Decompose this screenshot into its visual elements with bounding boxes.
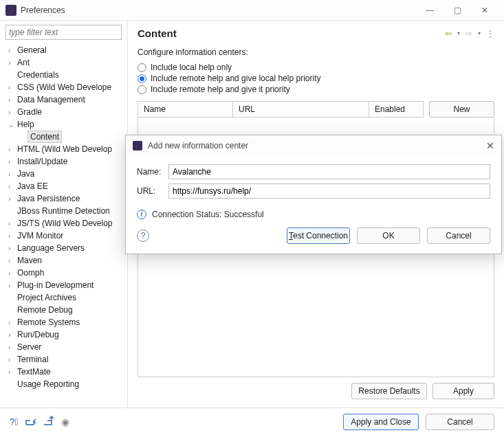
tree-item-label: Gradle (15, 107, 44, 118)
tree-item[interactable]: Credentials (0, 69, 127, 81)
maximize-button[interactable]: ▢ (443, 1, 471, 20)
tree-item[interactable]: ›Java (0, 168, 127, 180)
radio-option[interactable]: Include remote help and give local help … (138, 74, 494, 83)
tree-item[interactable]: ›Data Management (0, 93, 127, 106)
tree-item[interactable]: ›JS/TS (Wild Web Develop (0, 217, 127, 230)
window-titlebar: Preferences — ▢ ✕ (0, 0, 504, 21)
view-menu-icon[interactable]: ⋮ (486, 29, 494, 38)
info-icon: i (137, 210, 146, 219)
radio-icon[interactable] (138, 74, 146, 83)
chevron-right-icon[interactable]: › (8, 368, 15, 376)
chevron-right-icon[interactable]: › (8, 84, 15, 91)
tree-item[interactable]: Remote Debug (0, 304, 127, 316)
name-input[interactable] (168, 164, 490, 179)
chevron-right-icon[interactable]: › (8, 220, 15, 227)
chevron-right-icon[interactable]: › (8, 109, 15, 116)
tree-item[interactable]: ›Run/Debug (0, 328, 127, 341)
chevron-right-icon[interactable]: › (8, 257, 15, 265)
chevron-right-icon[interactable]: › (8, 146, 15, 153)
chevron-right-icon[interactable]: › (8, 59, 15, 67)
tree-item-label: Data Management (15, 94, 87, 105)
export-prefs-icon[interactable] (43, 416, 54, 427)
help-icon[interactable]: ?⃝ (10, 416, 19, 427)
tree-item-label: JVM Monitor (15, 230, 65, 241)
radio-icon[interactable] (138, 85, 146, 94)
tree-item-label: Terminal (15, 354, 50, 365)
tree-item[interactable]: ›Gradle (0, 106, 127, 118)
nav-back-icon[interactable]: ⇦ (445, 29, 452, 38)
tree-item-label: Run/Debug (15, 329, 61, 340)
tree-item[interactable]: ›General (0, 44, 127, 56)
info-centers-table-header: Name URL Enabled (138, 101, 424, 118)
tree-item[interactable]: JBoss Runtime Detection (0, 205, 127, 217)
chevron-right-icon[interactable]: › (8, 245, 15, 252)
column-enabled[interactable]: Enabled (369, 102, 424, 117)
nav-back-menu-icon[interactable]: ▾ (457, 30, 460, 36)
test-connection-button[interactable]: Test Connection (287, 227, 350, 244)
chevron-right-icon[interactable]: › (8, 319, 15, 326)
chevron-right-icon[interactable]: › (8, 269, 15, 277)
chevron-right-icon[interactable]: › (8, 183, 15, 190)
tree-item[interactable]: ›Ant (0, 56, 127, 69)
dialog-title: Add new information center (148, 141, 486, 150)
chevron-right-icon[interactable]: › (8, 282, 15, 289)
tree-item[interactable]: ›TextMate (0, 366, 127, 378)
filter-input[interactable] (6, 25, 122, 40)
tree-item[interactable]: ›Server (0, 341, 127, 353)
dialog-help-icon[interactable]: ? (137, 230, 149, 242)
tree-item[interactable]: ›Java Persistence (0, 192, 127, 205)
tree-item[interactable]: ›Java EE (0, 180, 127, 192)
dialog-close-button[interactable]: ✕ (486, 140, 494, 151)
import-prefs-icon[interactable] (25, 416, 36, 427)
tree-item[interactable]: ›Language Servers (0, 242, 127, 254)
radio-option[interactable]: Include remote help and give it priority (138, 85, 494, 94)
close-window-button[interactable]: ✕ (471, 1, 498, 20)
tree-item[interactable]: ›HTML (Wild Web Develop (0, 143, 127, 155)
dialog-footer: ?⃝ ◉ Apply and Close Cancel (0, 408, 504, 435)
chevron-right-icon[interactable]: › (8, 47, 15, 54)
url-label: URL: (137, 186, 168, 196)
tree-item[interactable]: Usage Reporting (0, 378, 127, 390)
chevron-right-icon[interactable]: › (8, 232, 15, 240)
cancel-button[interactable]: Cancel (426, 414, 494, 430)
chevron-down-icon[interactable]: ⌄ (8, 121, 15, 129)
dialog-cancel-button[interactable]: Cancel (427, 227, 490, 244)
chevron-right-icon[interactable]: › (8, 195, 15, 203)
chevron-right-icon[interactable]: › (8, 344, 15, 351)
tree-item-label: CSS (Wild Web Develope (15, 82, 113, 93)
new-button[interactable]: New (429, 101, 494, 118)
tree-item[interactable]: ›Plug-in Development (0, 279, 127, 291)
radio-option[interactable]: Include local help only (138, 63, 494, 72)
chevron-right-icon[interactable]: › (8, 356, 15, 364)
tree-item[interactable]: ›Maven (0, 254, 127, 267)
tree-item-label: Help (15, 119, 36, 130)
radio-icon[interactable] (138, 63, 146, 72)
ok-button[interactable]: OK (357, 227, 420, 244)
tree-item[interactable]: ⌄Help (0, 118, 127, 131)
tree-item[interactable]: Project Archives (0, 291, 127, 304)
chevron-right-icon[interactable]: › (8, 331, 15, 339)
tree-item[interactable]: ›CSS (Wild Web Develope (0, 81, 127, 93)
url-input[interactable] (168, 183, 490, 199)
tree-item[interactable]: ›JVM Monitor (0, 230, 127, 242)
tree-item-label: TextMate (15, 366, 53, 377)
tree-item[interactable]: ›Remote Systems (0, 316, 127, 328)
apply-and-close-button[interactable]: Apply and Close (343, 414, 419, 430)
minimize-button[interactable]: — (416, 1, 443, 20)
chevron-right-icon[interactable]: › (8, 96, 15, 104)
tree-item-label: Java (15, 168, 36, 179)
chevron-right-icon[interactable]: › (8, 158, 15, 166)
apply-button[interactable]: Apply (432, 383, 494, 399)
tree-item[interactable]: ›Terminal (0, 353, 127, 366)
restore-defaults-button[interactable]: Restore Defaults (351, 383, 427, 399)
oomph-record-icon[interactable]: ◉ (61, 416, 69, 427)
nav-forward-icon[interactable]: ⇨ (465, 29, 472, 38)
column-url[interactable]: URL (233, 102, 369, 117)
nav-forward-menu-icon[interactable]: ▾ (478, 30, 481, 36)
tree-item[interactable]: ›Install/Update (0, 155, 127, 168)
tree-item[interactable]: ›Oomph (0, 267, 127, 279)
tree-item[interactable]: Content (0, 131, 127, 143)
chevron-right-icon[interactable]: › (8, 170, 15, 178)
preferences-tree[interactable]: ›General›AntCredentials›CSS (Wild Web De… (0, 44, 127, 408)
column-name[interactable]: Name (138, 102, 233, 117)
